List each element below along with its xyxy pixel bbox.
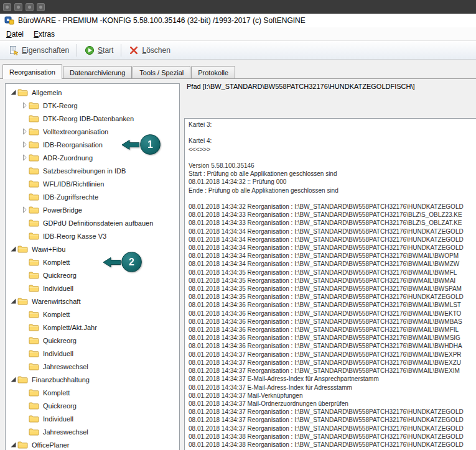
folder-icon [29, 349, 40, 358]
tree-item-jahreswechsel[interactable]: Jahreswechsel [6, 425, 179, 438]
log-line: 08.01.2018 14:34:34 Reorganisation : I:\… [189, 260, 476, 268]
tree-item-label: Quickreorg [43, 337, 77, 344]
tree-item-dtk-reorg-idb-datenbanken[interactable]: DTK-Reorg IDB-Datenbanken [6, 112, 179, 125]
log-line: 08.01.2018 14:34:34 Reorganisation : I:\… [189, 252, 476, 260]
log-line: 08.01.2018 14:34:32 Reorganisation : I:\… [189, 203, 476, 211]
loeschen-button[interactable]: Löschen [124, 44, 175, 57]
tree-item-satzbeschreibungen-in-idb[interactable]: Satzbeschreibungen in IDB [6, 164, 179, 177]
log-line: 08.01.2018 14:34:37 Reorganisation : I:\… [189, 416, 476, 424]
folder-icon [29, 101, 40, 110]
tree-item-label: WFL/IDB/Richtlinien [43, 180, 104, 188]
menu-item-extras[interactable]: Extras [29, 28, 60, 40]
tree-item-komplett[interactable]: Komplett [6, 386, 179, 399]
tree-item-label: Volltextreorganisation [43, 128, 108, 135]
folder-icon [29, 271, 40, 280]
log-line: 08.01.2018 14:34:32 :: Prüfung 000 [189, 178, 476, 186]
expander-expanded-icon[interactable] [9, 297, 17, 306]
expander-spacer [20, 402, 29, 410]
start-label: Start [98, 46, 113, 55]
tree-item-idb-reorg-kasse-v3[interactable]: IDB-Reorg Kasse V3 [6, 229, 179, 242]
tree-item-powerbridge[interactable]: PowerBridge [6, 203, 179, 216]
tree-item-label: Komplett/Akt.Jahr [43, 324, 97, 331]
log-line: 08.01.2018 14:34:37 Reorganisation : I:\… [189, 367, 476, 375]
capture-control-icon[interactable] [3, 3, 11, 11]
tree-item-allgemein[interactable]: Allgemein [6, 86, 179, 99]
expander-expanded-icon[interactable] [9, 88, 17, 97]
tree-item-wawi-fibu[interactable]: Wawi+Fibu [6, 242, 179, 255]
tab-reorganisation[interactable]: Reorganisation [2, 64, 62, 79]
eigenschaften-button[interactable]: Eigenschaften [4, 44, 74, 57]
log-line: 08.01.2018 14:34:37 Reorganisation : I:\… [189, 408, 476, 416]
start-icon [85, 45, 95, 55]
log-line: 08.01.2018 14:34:34 Reorganisation : I:\… [189, 244, 476, 252]
capture-control-icon[interactable] [37, 3, 45, 11]
tree-item-quickreorg[interactable]: Quickreorg [6, 399, 179, 412]
start-button[interactable]: Start [80, 44, 118, 57]
expander-spacer [20, 258, 29, 267]
tree-item-quickreorg[interactable]: Quickreorg [6, 269, 179, 282]
folder-icon [29, 180, 40, 188]
annotation-badge-2: 2 [121, 252, 142, 272]
tree-item-label: Quickreorg [43, 402, 77, 410]
log-line: 08.01.2018 14:34:35 Reorganisation : I:\… [189, 285, 476, 293]
tree-item-individuell[interactable]: Individuell [6, 282, 179, 295]
folder-icon [29, 127, 40, 136]
tree-item-wfl-idb-richtlinien[interactable]: WFL/IDB/Richtlinien [6, 177, 179, 190]
tree-item-quickreorg[interactable]: Quickreorg [6, 334, 179, 347]
tree-item-finanzbuchhaltung[interactable]: Finanzbuchhaltung [6, 373, 179, 386]
expander-collapsed-icon[interactable] [20, 101, 29, 110]
expander-collapsed-icon[interactable] [20, 127, 29, 136]
tab-protokolle[interactable]: Protokolle [191, 66, 235, 78]
log-line: 08.01.2018 14:34:37 E-Mail-Adress-Index … [189, 375, 476, 383]
log-line: Kartei 4: [189, 137, 476, 145]
expander-spacer [20, 114, 29, 123]
annotation-arrow-left-icon [122, 139, 139, 150]
tree-item-idb-zugriffsrechte[interactable]: IDB-Zugriffsrechte [6, 190, 179, 203]
menu-item-datei[interactable]: Datei [1, 28, 29, 40]
folder-icon [29, 154, 40, 162]
annotation-badge-1: 1 [140, 134, 161, 155]
tree-item-individuell[interactable]: Individuell [6, 347, 179, 360]
tree-item-label: DTK-Reorg [43, 102, 78, 109]
tree-item-komplett-akt-jahr[interactable]: Komplett/Akt.Jahr [6, 321, 179, 334]
capture-control-icon[interactable] [26, 3, 34, 11]
log-line: 08.01.2018 14:34:34 Reorganisation : I:\… [189, 227, 476, 236]
properties-icon [9, 45, 19, 55]
expander-collapsed-icon[interactable] [20, 206, 29, 214]
tab-datenarchivierung[interactable]: Datenarchivierung [63, 66, 132, 78]
expander-spacer [20, 284, 29, 293]
tab-tools-spezial[interactable]: Tools / Spezial [133, 66, 190, 78]
expander-collapsed-icon[interactable] [20, 154, 29, 162]
tree-item-gdpdu-definitionsdateien-aufbauen[interactable]: GDPdU Definitionsdateien aufbauen [6, 216, 179, 229]
folder-icon [29, 415, 40, 423]
log-line [189, 129, 476, 137]
expander-expanded-icon[interactable] [9, 245, 17, 254]
protocol-log[interactable]: Kartei 3: Kartei 4:<<<>>> Version 5.58.1… [184, 118, 476, 450]
folder-icon [29, 310, 40, 319]
expander-collapsed-icon[interactable] [20, 140, 29, 149]
tree-item-warenwirtschaft[interactable]: Warenwirtschaft [6, 295, 179, 308]
tree-item-komplett[interactable]: Komplett [6, 255, 179, 269]
tree-item-komplett[interactable]: Komplett [6, 308, 179, 321]
tree-item-label: Individuell [43, 285, 73, 292]
expander-expanded-icon[interactable] [9, 375, 17, 384]
log-line: Version 5.58.100.35146 [189, 162, 476, 170]
expander-expanded-icon[interactable] [9, 441, 17, 449]
toolbar-separator [77, 44, 77, 57]
tree-item-label: IDB-Zugriffsrechte [43, 193, 98, 201]
tree-item-dtk-reorg[interactable]: DTK-Reorg [6, 99, 179, 112]
annotation-arrow-left-icon [103, 257, 121, 268]
tree-item-jahreswechsel[interactable]: Jahreswechsel [6, 360, 179, 373]
path-label: Pfad [I:\BW_STANDARD\BW558PATCH32176\HUN… [187, 83, 415, 90]
log-line: 08.01.2018 14:34:35 Reorganisation : I:\… [189, 269, 476, 277]
tree-item-officeplaner[interactable]: OfficePlaner [6, 438, 179, 450]
tree-item-individuell[interactable]: Individuell [6, 412, 179, 425]
folder-icon [29, 167, 40, 175]
folder-icon [17, 297, 29, 306]
expander-spacer [20, 219, 29, 227]
log-line: Ende : Prüfung ob alle Applikationen ges… [189, 186, 476, 195]
log-line: 08.01.2018 14:34:37 Reorganisation : I:\… [189, 351, 476, 359]
capture-control-icon[interactable] [14, 3, 22, 11]
expander-spacer [20, 415, 29, 423]
folder-icon [17, 245, 29, 254]
